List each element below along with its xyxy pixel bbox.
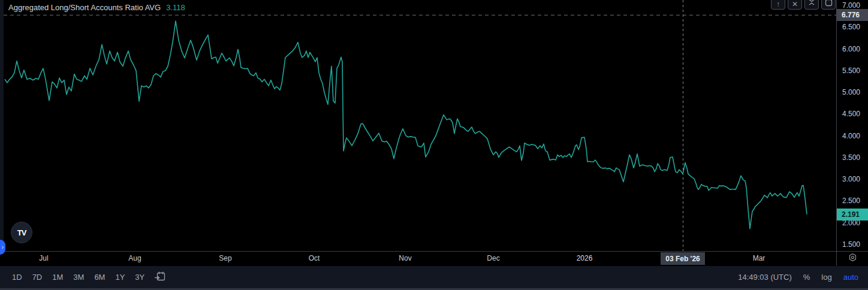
footer-right-controls: 14:49:03 (UTC) % log auto <box>738 273 868 282</box>
range-button-1y[interactable]: 1Y <box>115 273 125 282</box>
y-axis-tick: 6.000 <box>842 44 860 54</box>
price-axis-border <box>836 0 837 265</box>
y-axis-tick: 4.500 <box>842 109 860 119</box>
axis-settings-button[interactable] <box>837 251 868 265</box>
crosshair-date-label: 03 Feb '26 <box>661 252 705 265</box>
x-axis-label: Oct <box>309 254 320 262</box>
y-axis-tick: 3.000 <box>842 174 860 184</box>
range-button-3y[interactable]: 3Y <box>135 273 144 282</box>
maximize-pane-button[interactable] <box>821 0 836 10</box>
y-axis-tick: 1.500 <box>842 240 860 249</box>
x-axis-label: Dec <box>487 254 499 262</box>
chart-canvas[interactable] <box>0 0 837 251</box>
range-button-6m[interactable]: 6M <box>94 273 105 282</box>
y-axis-tick: 5.500 <box>842 66 860 75</box>
percent-scale-button[interactable]: % <box>803 273 810 282</box>
time-axis[interactable]: JulAugSepOctNovDec2026Mar 03 Feb '26 <box>0 251 868 266</box>
x-axis-label: Sep <box>219 254 231 262</box>
range-button-1d[interactable]: 1D <box>12 273 22 282</box>
price-line-label: 6.776 <box>837 9 868 21</box>
left-edge-strip <box>0 0 4 265</box>
maximize-square-icon <box>825 0 833 8</box>
chevron-right-icon: › <box>2 244 4 250</box>
move-pane-up-button[interactable]: ↑ <box>771 0 785 10</box>
collapse-chevrons-icon <box>807 0 816 8</box>
collapse-pane-button[interactable] <box>804 0 819 10</box>
log-scale-button[interactable]: log <box>821 273 831 282</box>
x-axis-label: Jul <box>39 254 48 262</box>
series-value: 3.118 <box>166 3 185 12</box>
pane-controls: ↑ ✕ <box>771 0 836 10</box>
auto-scale-button[interactable]: auto <box>843 273 858 282</box>
y-axis-tick: 5.000 <box>842 87 860 97</box>
go-to-date-button[interactable] <box>154 271 166 284</box>
y-axis-tick: 3.500 <box>842 153 860 162</box>
y-axis-tick: 4.000 <box>842 131 860 141</box>
arrow-up-icon: ↑ <box>776 0 780 8</box>
legend[interactable]: Aggregated Long/Short Accounts Ratio AVG… <box>8 3 185 12</box>
close-icon: ✕ <box>792 0 798 8</box>
range-button-1m[interactable]: 1M <box>52 273 63 282</box>
date-range-buttons: 1D 7D 1M 3M 6M 1Y 3Y <box>0 273 144 282</box>
bottom-toolbar: 1D 7D 1M 3M 6M 1Y 3Y 14:49:03 (UTC) % lo… <box>0 265 868 290</box>
x-axis-label: Nov <box>399 254 411 262</box>
x-axis-label: Mar <box>753 254 765 262</box>
tradingview-chart-window: Aggregated Long/Short Accounts Ratio AVG… <box>0 0 868 290</box>
range-button-3m[interactable]: 3M <box>73 273 84 282</box>
last-value-label: 2.191 <box>837 209 868 220</box>
tv-logo-icon: TV <box>17 228 26 237</box>
x-axis-label: Aug <box>128 254 141 262</box>
tradingview-logo[interactable]: TV <box>11 222 32 243</box>
go-to-date-calendar-icon <box>154 271 166 284</box>
chart-pane[interactable]: Aggregated Long/Short Accounts Ratio AVG… <box>0 0 837 251</box>
axis-settings-gear-icon <box>848 252 858 265</box>
y-axis-tick: 2.500 <box>842 196 860 206</box>
ratio-line-series <box>5 21 807 229</box>
range-button-7d[interactable]: 7D <box>32 273 43 282</box>
clock-utc[interactable]: 14:49:03 (UTC) <box>738 273 792 282</box>
series-title: Aggregated Long/Short Accounts Ratio AVG <box>8 3 161 12</box>
x-axis-label: 2026 <box>577 254 593 262</box>
close-pane-button[interactable]: ✕ <box>788 0 802 10</box>
y-axis-tick: 6.500 <box>842 22 860 32</box>
